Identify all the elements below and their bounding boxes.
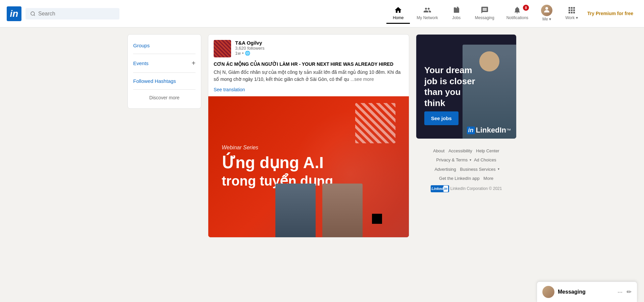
sidebar-item-events[interactable]: Events + <box>133 57 196 70</box>
nav-messaging-label: Messaging <box>475 15 494 20</box>
messaging-dots-icon[interactable]: ··· <box>618 289 623 296</box>
footer-row-4: Get the LinkedIn app More <box>416 174 517 182</box>
nav-notifications-label: Notifications <box>506 15 528 20</box>
company-name[interactable]: T&A Ogilvy <box>235 40 264 46</box>
compose-icon[interactable]: ✏ <box>627 288 632 296</box>
post-time-row: 1w • 🌐 <box>235 51 264 56</box>
nav-jobs-label: Jobs <box>452 15 461 20</box>
search-box[interactable] <box>25 8 119 19</box>
nav-item-my-network[interactable]: My Network <box>411 3 443 24</box>
linkedin-small-logo: Linkedin <box>431 185 449 193</box>
post-content: CƠN ÁC MỘNG CỦA NGƯỜI LÀM HR - YOUR NEXT… <box>208 61 409 87</box>
sidebar-item-hashtags[interactable]: Followed Hashtags <box>133 76 196 87</box>
ad-choices-link[interactable]: Ad Choices <box>474 157 496 162</box>
svg-rect-9 <box>569 12 570 13</box>
footer-row-1: About Accessibility Help Center <box>416 147 517 155</box>
svg-rect-5 <box>573 7 575 9</box>
left-sidebar: Groups Events + Followed Hashtags Discov… <box>127 34 201 238</box>
nav-me-label: Me ▾ <box>542 17 551 21</box>
add-events-icon[interactable]: + <box>192 59 196 67</box>
svg-rect-7 <box>571 9 573 11</box>
main-layout: Groups Events + Followed Hashtags Discov… <box>121 34 523 238</box>
post-card: T&A Ogilvy 3,620 followers 1w • 🌐 CƠN ÁC… <box>208 34 409 238</box>
hashtags-link[interactable]: Followed Hashtags <box>133 78 176 84</box>
business-chevron: ▾ <box>498 166 499 172</box>
linkedin-in-logo: in <box>467 127 475 134</box>
ad-headline: Your dream job is closer than you think <box>424 65 478 108</box>
business-services-dropdown[interactable]: Business Services ▾ <box>459 165 499 173</box>
privacy-icon: 🌐 <box>245 51 250 56</box>
webinar-label: Webinar Series <box>222 145 333 151</box>
linkedin-logo[interactable]: in <box>7 6 21 21</box>
divider <box>133 54 196 54</box>
stripes-decoration <box>355 103 395 143</box>
get-app-link[interactable]: Get the LinkedIn app <box>439 176 480 181</box>
time-separator: • <box>242 51 244 56</box>
footer-copyright: Linkedin LinkedIn Corporation © 2021 <box>416 185 517 193</box>
search-input[interactable] <box>38 11 115 17</box>
groups-link[interactable]: Groups <box>133 43 150 48</box>
see-jobs-button[interactable]: See jobs <box>424 111 459 125</box>
messaging-icon <box>481 6 489 14</box>
divider3 <box>133 89 196 90</box>
notification-badge: 8 <box>523 5 529 11</box>
premium-button[interactable]: Try Premium for free <box>583 8 637 19</box>
nav-item-work[interactable]: Work ▾ <box>560 3 583 24</box>
work-grid-icon <box>568 6 576 14</box>
messaging-avatar <box>542 286 554 298</box>
svg-rect-10 <box>571 12 573 13</box>
person-photos-bottom <box>275 184 363 237</box>
ad-card: Your dream job is closer than you think … <box>416 34 517 139</box>
right-sidebar: Your dream job is closer than you think … <box>416 34 517 238</box>
post-image-text: Webinar Series Ứng dụng A.I trong tuyển … <box>222 145 333 189</box>
events-link[interactable]: Events <box>133 60 149 66</box>
svg-point-2 <box>545 7 548 10</box>
post-time: 1w <box>235 51 241 56</box>
search-icon <box>30 11 36 16</box>
linkedin-tm: ™ <box>506 128 511 133</box>
privacy-terms-link[interactable]: Privacy & Terms <box>436 156 468 164</box>
post-main-title: Ứng dụng A.I <box>222 154 333 172</box>
help-center-link[interactable]: Help Center <box>476 148 499 153</box>
nav-item-jobs[interactable]: Jobs <box>445 3 468 24</box>
ad-image: Your dream job is closer than you think … <box>416 35 516 139</box>
jobs-icon <box>452 6 461 14</box>
advertising-link[interactable]: Advertising <box>434 167 456 172</box>
svg-line-1 <box>34 15 35 16</box>
nav-home-label: Home <box>393 15 404 20</box>
accessibility-link[interactable]: Accessibility <box>448 148 472 153</box>
feed: T&A Ogilvy 3,620 followers 1w • 🌐 CƠN ÁC… <box>208 34 409 238</box>
post-title: CƠN ÁC MỘNG CỦA NGƯỜI LÀM HR - YOUR NEXT… <box>214 61 404 67</box>
nav-item-me[interactable]: Me ▾ <box>535 2 558 25</box>
messaging-bar: Messaging ··· ✏ <box>537 282 637 302</box>
messaging-label[interactable]: Messaging <box>558 289 614 295</box>
svg-rect-6 <box>569 9 570 11</box>
copyright-text: LinkedIn Corporation © 2021 <box>450 185 502 193</box>
linkedin-brand-ad: in LinkedIn ™ <box>467 126 511 135</box>
divider2 <box>133 72 196 73</box>
privacy-chevron: ▾ <box>470 157 471 163</box>
post-meta: T&A Ogilvy 3,620 followers 1w • 🌐 <box>235 40 264 56</box>
black-square-decoration <box>372 214 382 224</box>
avatar <box>541 5 552 16</box>
more-link[interactable]: More <box>483 176 493 181</box>
nav-item-home[interactable]: Home <box>386 3 410 24</box>
see-more-link[interactable]: ...see more <box>351 77 374 82</box>
company-logo-pattern <box>214 40 231 57</box>
svg-rect-11 <box>573 12 575 13</box>
post-header: T&A Ogilvy 3,620 followers 1w • 🌐 <box>208 35 409 61</box>
sidebar-item-groups[interactable]: Groups <box>133 40 196 51</box>
nav-item-messaging[interactable]: Messaging <box>470 3 500 24</box>
person-photo-1 <box>275 184 316 237</box>
about-link[interactable]: About <box>433 148 444 153</box>
post-image: Webinar Series Ứng dụng A.I trong tuyển … <box>208 96 409 237</box>
post-body: Chị N, Giám đốc nhân sự của một công ty … <box>214 69 404 83</box>
nav-item-notifications[interactable]: 8 Notifications <box>501 3 534 24</box>
svg-point-0 <box>31 12 35 15</box>
network-icon <box>423 6 431 14</box>
privacy-terms-dropdown[interactable]: Privacy & Terms ▾ <box>435 156 472 164</box>
business-services-link[interactable]: Business Services <box>460 165 495 173</box>
linkedin-brand-name: LinkedIn <box>476 126 506 135</box>
discover-more[interactable]: Discover more <box>133 92 196 103</box>
see-translation-link[interactable]: See translation <box>208 87 409 96</box>
